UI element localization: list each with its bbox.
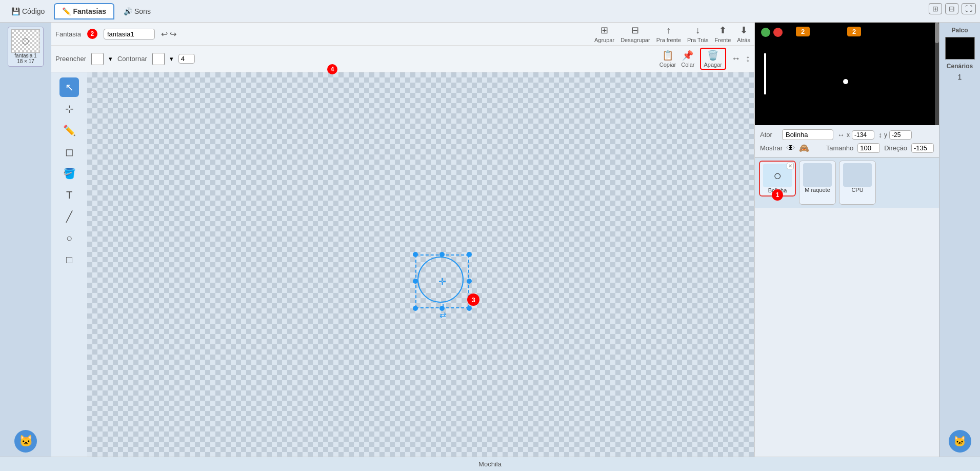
- actor-card-bolinha[interactable]: ✕ ○ Bolinha 1: [759, 161, 796, 197]
- tab-sons[interactable]: 🔊 Sons: [116, 4, 158, 18]
- selected-shape[interactable]: ✛ ⇄: [415, 254, 469, 308]
- fill-dropdown[interactable]: ▾: [109, 55, 112, 63]
- timer-badge-2: 2: [847, 27, 861, 36]
- handle-tm[interactable]: [439, 252, 445, 257]
- frente-button[interactable]: ⬆ Frente: [715, 25, 731, 43]
- mraquete-preview: [803, 163, 832, 187]
- handle-mr[interactable]: [467, 279, 472, 284]
- x-coord-group: ↔ x: [837, 130, 874, 140]
- actor-card-cpu[interactable]: CPU: [839, 161, 876, 205]
- actor-name-input[interactable]: [782, 129, 833, 140]
- eraser-tool[interactable]: ◻: [59, 142, 79, 162]
- circle-tool[interactable]: ○: [59, 228, 79, 248]
- cenarios-label: Cenários: [947, 63, 973, 70]
- fill-tool[interactable]: 🪣: [59, 164, 79, 183]
- sprite-thumbnail[interactable]: ○ fantasia 1 18 × 17: [8, 27, 44, 67]
- x-input[interactable]: [852, 130, 874, 140]
- bolinha-delete-btn[interactable]: ✕: [787, 163, 794, 169]
- handle-tr[interactable]: [467, 252, 472, 257]
- footer: Mochila: [0, 457, 980, 471]
- mraquete-name: M raquete: [805, 187, 830, 193]
- colar-button[interactable]: 📌 Colar: [681, 50, 694, 68]
- pra-frente-button[interactable]: ↑ Pra frente: [656, 25, 681, 43]
- tab-fantasias[interactable]: ✏️ Fantasias: [54, 3, 114, 19]
- add-sprite-button[interactable]: 🐱: [14, 430, 37, 453]
- pra-tras-button[interactable]: ↓ Pra Trás: [687, 25, 709, 43]
- show-visible-btn[interactable]: 👁: [787, 144, 795, 153]
- palco-label: Palco: [951, 27, 968, 34]
- tamanho-label: Tamanho: [826, 144, 853, 152]
- flip-h-button[interactable]: ↔: [731, 53, 741, 64]
- select-tool[interactable]: ↖: [59, 77, 79, 97]
- sprite-name: fantasia 1: [14, 53, 36, 58]
- stroke-width-input[interactable]: [178, 54, 195, 64]
- palco-preview[interactable]: [945, 37, 975, 60]
- stage-ball: [843, 79, 848, 84]
- step1-badge: 1: [772, 189, 783, 201]
- stage-scrollbar[interactable]: [935, 23, 939, 125]
- layout-btn-2[interactable]: ⊟: [945, 3, 958, 14]
- toolbar-row2: Preencher ▾ Contornar ▾ 📋 Copiar 📌 Colar…: [51, 46, 754, 72]
- pra-frente-icon: ↑: [666, 25, 671, 36]
- sprite-preview: ○: [11, 29, 40, 53]
- stroke-color-swatch[interactable]: [152, 53, 165, 65]
- direcao-label: Direção: [884, 144, 907, 152]
- show-hidden-btn[interactable]: 🙈: [799, 143, 809, 153]
- undo-button[interactable]: ↩: [161, 29, 168, 39]
- tamanho-input[interactable]: [857, 143, 880, 153]
- rotate-icon[interactable]: ⇄: [439, 310, 446, 320]
- stage-scrollbar-thumb[interactable]: [935, 23, 939, 43]
- actor-name-row: Ator ↔ x ↕ y: [760, 129, 934, 140]
- left-panel: ○ fantasia 1 18 × 17 🐱: [0, 23, 51, 457]
- preencher-label: Preencher: [55, 55, 86, 63]
- y-input[interactable]: [889, 130, 912, 140]
- apagar-button[interactable]: 🗑️ Apagar: [700, 48, 726, 70]
- timer-badge-1: 2: [796, 27, 810, 36]
- agrupar-icon: ⊞: [601, 25, 608, 36]
- add-actor-button[interactable]: 🐱: [949, 430, 971, 453]
- handle-bl[interactable]: [413, 306, 418, 311]
- handle-br[interactable]: [467, 306, 472, 311]
- handle-tl[interactable]: [413, 252, 418, 257]
- canvas-wrapper: ↖ ⊹ ✏️ ◻ 🪣 T ╱ ○ □ ✛: [51, 72, 754, 457]
- actor-card-mraquete[interactable]: M raquete: [799, 161, 836, 205]
- fantasy-label: Fantasia: [55, 30, 81, 38]
- top-nav: 💾 Código ✏️ Fantasias 🔊 Sons ⊞ ⊟ ⛶: [0, 0, 980, 23]
- rect-tool[interactable]: □: [59, 250, 79, 269]
- desagrupar-button[interactable]: ⊟ Desagrupar: [621, 25, 650, 43]
- toolbar-row1: Fantasia 2 ↩ ↪ ⊞ Agrupar ⊟ Desagrupar ↑ …: [51, 23, 754, 46]
- copiar-icon: 📋: [662, 50, 673, 61]
- copiar-button[interactable]: 📋 Copiar: [659, 50, 676, 68]
- handle-ml[interactable]: [413, 279, 418, 284]
- main-layout: ○ fantasia 1 18 × 17 🐱 Fantasia 2 ↩ ↪ ⊞ …: [0, 23, 980, 457]
- actor-info: Ator ↔ x ↕ y Mostrar 👁: [755, 125, 939, 157]
- text-tool[interactable]: T: [59, 185, 79, 205]
- line-tool[interactable]: ╱: [59, 207, 79, 226]
- actor-show-row: Mostrar 👁 🙈 Tamanho Direção: [760, 143, 934, 153]
- stage-line: [764, 53, 766, 94]
- atras-button[interactable]: ⬇ Atrás: [737, 25, 750, 43]
- fill-color-swatch[interactable]: [91, 53, 104, 65]
- mostrar-label: Mostrar: [760, 144, 783, 152]
- layout-btn-1[interactable]: ⊞: [929, 3, 942, 14]
- tab-codigo[interactable]: 💾 Código: [4, 4, 52, 18]
- flip-v-button[interactable]: ↕: [746, 53, 750, 64]
- cenarios-num: 1: [958, 73, 962, 81]
- red-light[interactable]: [773, 28, 783, 37]
- fantasy-name-input[interactable]: [104, 29, 155, 40]
- undo-redo: ↩ ↪: [161, 29, 176, 39]
- rotate-handle-area: ⇄: [439, 304, 446, 320]
- fullscreen-btn[interactable]: ⛶: [962, 3, 976, 14]
- sprite-dimensions: 18 × 17: [17, 58, 34, 64]
- cpu-name: CPU: [851, 187, 863, 193]
- green-light[interactable]: [761, 28, 770, 37]
- agrupar-button[interactable]: ⊞ Agrupar: [594, 25, 614, 43]
- actor-label: Ator: [760, 131, 778, 139]
- stroke-dropdown[interactable]: ▾: [170, 55, 173, 63]
- pencil-tool[interactable]: ✏️: [59, 121, 79, 140]
- canvas-area[interactable]: ✛ ⇄: [87, 72, 754, 457]
- sons-icon: 🔊: [124, 7, 132, 15]
- redo-button[interactable]: ↪: [170, 29, 176, 39]
- direcao-input[interactable]: [911, 143, 934, 153]
- reshape-tool[interactable]: ⊹: [59, 99, 79, 119]
